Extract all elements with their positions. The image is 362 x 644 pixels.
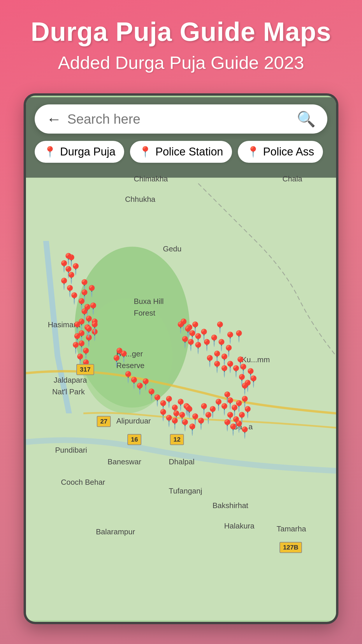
chip-durga-puja-label: Durga Puja <box>60 146 115 158</box>
app-subtitle: Added Durga Puja Guide 2023 <box>12 52 350 73</box>
road-badge: 317 <box>76 364 94 375</box>
road-badge: 16 <box>127 434 141 445</box>
chip-police-ass-label: Police Ass <box>263 146 314 158</box>
chip-durga-puja[interactable]: 📍 Durga Puja <box>35 141 124 163</box>
phone-frame: ← 🔍 📍 Durga Puja 📍 Police Station 📍 Poli… <box>24 93 338 624</box>
header: Durga Puja Guide Maps Added Durga Puja G… <box>0 0 362 82</box>
app-title: Durga Puja Guide Maps <box>12 18 350 46</box>
svg-point-3 <box>80 298 172 413</box>
chip-police-station[interactable]: 📍 Police Station <box>130 141 232 163</box>
filter-chips: 📍 Durga Puja 📍 Police Station 📍 Police A… <box>35 141 327 163</box>
search-icon[interactable]: 🔍 <box>297 110 316 128</box>
search-input[interactable] <box>67 111 297 127</box>
map-container: ← 🔍 📍 Durga Puja 📍 Police Station 📍 Poli… <box>26 96 336 622</box>
search-bar[interactable]: ← 🔍 <box>35 104 327 134</box>
road-badge: 127B <box>280 542 302 553</box>
svg-rect-1 <box>26 178 336 620</box>
chip-police-ass[interactable]: 📍 Police Ass <box>238 141 323 163</box>
chip-police-station-label: Police Station <box>155 146 223 158</box>
back-button[interactable]: ← <box>46 110 61 128</box>
road-badge: 27 <box>97 416 111 427</box>
road-badge: 12 <box>170 434 184 445</box>
